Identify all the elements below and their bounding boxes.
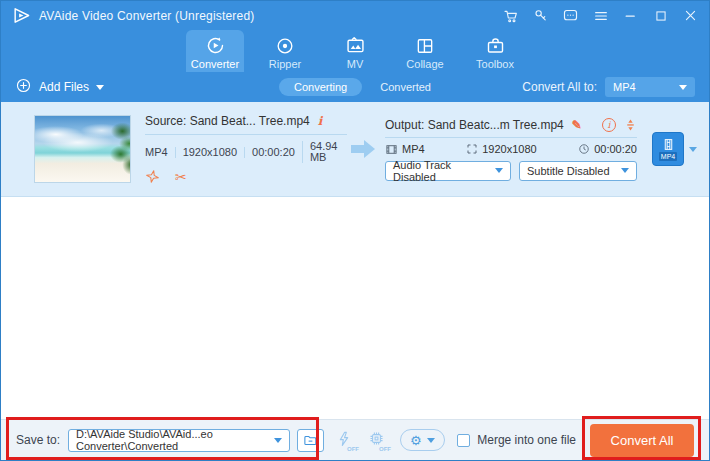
feedback-icon[interactable]: [562, 7, 579, 24]
chevron-down-icon: [495, 168, 503, 173]
toolbox-icon: [485, 35, 506, 56]
tab-collage[interactable]: Collage: [396, 30, 454, 72]
profile-format-label: MP4: [659, 152, 677, 161]
gpu-chip-off-icon[interactable]: OFF: [368, 430, 388, 450]
collage-grid-icon: [415, 35, 435, 56]
tab-label: Converter: [191, 58, 239, 70]
tab-label: Toolbox: [476, 58, 514, 70]
divider: [145, 134, 347, 135]
subtitle-value: Subtitle Disabled: [527, 165, 610, 177]
output-resolution: 1920x1080: [482, 143, 536, 155]
chevron-down-icon: [621, 168, 629, 173]
divider: [385, 137, 637, 138]
merge-option: Merge into one file: [457, 433, 576, 447]
converted-tab[interactable]: Converted: [380, 81, 431, 93]
format-film-icon: [385, 143, 398, 156]
save-to-label: Save to:: [16, 433, 60, 447]
converting-tab[interactable]: Converting: [279, 78, 362, 96]
minimize-button[interactable]: [622, 7, 639, 24]
thumbnail-palm-tree: [102, 120, 131, 182]
register-key-icon[interactable]: [532, 7, 549, 24]
tab-toolbox[interactable]: Toolbox: [466, 30, 524, 72]
maximize-button[interactable]: [652, 7, 669, 24]
source-size: 64.94 MB: [302, 141, 347, 163]
resolution-expand-icon: [466, 143, 478, 155]
tab-converter[interactable]: Converter: [186, 30, 244, 72]
output-info-block: Output: Sand Beatc...m Tree.mp4 ✎ i: [385, 118, 637, 181]
video-thumbnail[interactable]: [34, 115, 131, 183]
tab-mv[interactable]: MV: [326, 30, 384, 72]
store-cart-icon[interactable]: [502, 7, 519, 24]
source-to-output-arrow-icon: [351, 140, 375, 158]
chevron-down-icon: [96, 85, 104, 90]
hardware-acceleration-off-icon[interactable]: OFF: [336, 430, 356, 450]
cut-scissors-icon[interactable]: ✂: [175, 170, 187, 184]
convert-all-to-label: Convert All to:: [522, 80, 597, 94]
source-info-block: Source: Sand Beat... Tree.mp4 i MP4 1920…: [145, 114, 347, 184]
source-resolution: 1920x1080: [175, 147, 244, 158]
ripper-disc-icon: [275, 35, 295, 56]
tab-label: Ripper: [269, 58, 301, 70]
converter-icon: [205, 35, 226, 56]
tab-label: MV: [347, 58, 364, 70]
mv-screen-icon: [345, 35, 366, 56]
chevron-down-icon: [679, 85, 687, 90]
open-folder-button[interactable]: [297, 429, 324, 452]
folder-icon: [303, 433, 318, 448]
audio-track-dropdown[interactable]: Audio Track Disabled: [385, 161, 511, 181]
menu-icon[interactable]: [592, 7, 609, 24]
merge-checkbox[interactable]: [457, 434, 470, 447]
off-badge: OFF: [379, 446, 391, 452]
convert-all-to-dropdown[interactable]: MP4: [605, 77, 695, 97]
compress-icon[interactable]: [624, 118, 637, 132]
audio-track-value: Audio Track Disabled: [393, 159, 495, 183]
source-duration: 00:00:20: [244, 147, 302, 158]
edit-effects-star-icon[interactable]: [145, 169, 160, 184]
tab-ripper[interactable]: Ripper: [256, 30, 314, 72]
chevron-down-icon: [427, 438, 435, 443]
off-badge: OFF: [347, 446, 359, 452]
app-logo-icon: [11, 6, 31, 26]
settings-button[interactable]: ⚙: [400, 429, 445, 451]
subtitle-dropdown[interactable]: Subtitle Disabled: [519, 161, 637, 181]
chevron-down-icon: [274, 438, 282, 443]
tab-label: Collage: [406, 58, 443, 70]
output-duration: 00:00:20: [594, 143, 637, 155]
output-profile-button[interactable]: MP4: [652, 132, 684, 166]
add-files-button[interactable]: Add Files: [15, 77, 104, 98]
output-info-icon[interactable]: i: [602, 118, 616, 132]
app-window: AVAide Video Converter (Unregistered): [0, 0, 710, 461]
window-title: AVAide Video Converter (Unregistered): [39, 9, 255, 23]
close-button[interactable]: [682, 7, 699, 24]
source-info-icon[interactable]: i: [318, 114, 323, 128]
convert-all-button[interactable]: Convert All: [590, 424, 694, 457]
profile-chevron-down-icon[interactable]: [689, 147, 697, 152]
filmstrip-icon: [662, 138, 675, 151]
gear-icon: ⚙: [410, 434, 422, 447]
file-row[interactable]: Source: Sand Beat... Tree.mp4 i MP4 1920…: [1, 102, 709, 197]
save-path-dropdown[interactable]: D:\AVAide Studio\AVAid...eo Converter\Co…: [68, 429, 290, 452]
output-format: MP4: [402, 143, 425, 155]
title-bar: AVAide Video Converter (Unregistered): [1, 1, 709, 30]
source-format: MP4: [145, 147, 175, 158]
source-filename: Source: Sand Beat... Tree.mp4: [145, 114, 310, 128]
bottom-bar: Save to: D:\AVAide Studio\AVAid...eo Con…: [1, 419, 709, 460]
merge-label: Merge into one file: [477, 433, 576, 447]
output-filename: Output: Sand Beatc...m Tree.mp4: [385, 118, 564, 132]
rename-pencil-icon[interactable]: ✎: [572, 118, 582, 132]
sub-toolbar: Add Files Converting Converted Convert A…: [1, 72, 709, 102]
save-path-value: D:\AVAide Studio\AVAid...eo Converter\Co…: [76, 428, 274, 452]
add-files-label: Add Files: [39, 80, 89, 94]
file-list-empty-area: [1, 197, 709, 419]
duration-clock-icon: [578, 143, 590, 155]
plus-circle-icon: [15, 77, 32, 98]
convert-all-to-value: MP4: [613, 81, 636, 93]
main-nav: Converter Ripper MV: [1, 30, 709, 72]
